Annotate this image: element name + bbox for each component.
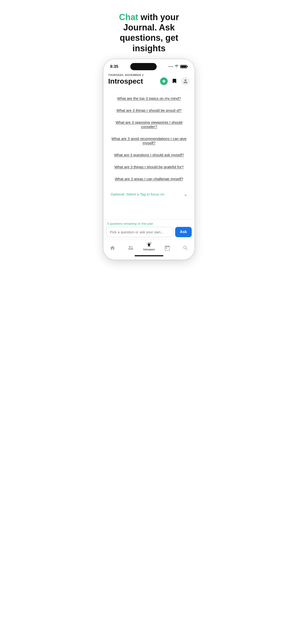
chevron-down-icon: ⌄ [184,192,187,197]
question-link-5[interactable]: What are 3 things I should be grateful f… [114,165,184,169]
bookmark-icon [172,78,177,84]
question-link-1[interactable]: What are 3 things I should be proud of? [116,108,181,112]
question-item-3[interactable]: What are 3 good recommendations I can gi… [108,133,190,149]
remaining-text: 5 questions remaining on free plan [103,221,195,227]
content-spacer [108,200,190,220]
bookmark-button[interactable] [170,77,179,86]
notch [130,63,157,70]
profile-button[interactable] [181,77,190,86]
app-date: Thursday, November 2 [108,74,190,76]
question-item-0[interactable]: What are the top 3 topics on my mind? [108,92,190,104]
sparkle-icon [146,242,152,248]
star-badge-button[interactable] [160,78,168,85]
star-icon [162,79,166,84]
question-link-0[interactable]: What are the top 3 topics on my mind? [117,96,181,100]
question-link-6[interactable]: What are 3 areas I can challenge myself? [115,177,183,181]
home-icon [110,245,115,251]
phone-shell: 8:35 Thur [103,59,195,260]
tab-introspect[interactable]: Introspect [142,242,156,251]
question-item-2[interactable]: What are 3 opposing viewpoints I should … [108,116,190,133]
tab-home[interactable] [105,245,120,251]
question-list: What are the top 3 topics on my mind?Wha… [108,90,190,187]
calendar-icon [164,245,170,251]
status-time: 8:35 [110,64,118,69]
people-icon [128,245,134,251]
page-wrapper: Chat with your Journal. Ask questions, g… [99,5,199,260]
question-item-4[interactable]: What are 3 questions I should ask myself… [108,149,190,161]
status-icons [169,64,188,68]
tag-selector[interactable]: Optional: Select a Tag to focus on ⌄ [108,188,190,200]
hero-title: Chat with your Journal. Ask questions, g… [99,5,199,59]
tab-introspect-label: Introspect [143,248,155,251]
app-title-row: Introspect [108,77,190,86]
profile-icon [183,79,188,84]
ask-button[interactable]: Ask [175,227,192,237]
battery-icon [180,65,188,68]
status-bar: 8:35 [103,59,195,72]
app-header-icons [160,77,190,86]
question-link-2[interactable]: What are 3 opposing viewpoints I should … [116,120,182,129]
tab-calendar[interactable] [160,245,175,251]
question-item-1[interactable]: What are 3 things I should be proud of? [108,104,190,116]
bottom-bar: 5 questions remaining on free plan Ask [103,220,195,240]
hero-chat-word: Chat [119,12,138,22]
question-input[interactable] [106,227,173,237]
question-link-3[interactable]: What are 3 good recommendations I can gi… [112,136,187,145]
question-link-4[interactable]: What are 3 questions I should ask myself… [114,153,184,157]
question-item-6[interactable]: What are 3 areas I can challenge myself? [108,173,190,185]
home-bar [135,255,163,256]
tab-people[interactable] [123,245,138,251]
tab-search[interactable] [178,245,193,251]
tag-selector-label: Optional: Select a Tag to focus on [111,192,164,196]
app-content[interactable]: What are the top 3 topics on my mind?Wha… [103,88,195,220]
question-item-5[interactable]: What are 3 things I should be grateful f… [108,161,190,173]
input-row: Ask [103,227,195,240]
home-indicator [103,253,195,260]
search-icon [183,245,188,251]
wifi-icon [175,64,179,68]
tab-bar: Introspect [103,240,195,253]
app-title: Introspect [108,77,143,85]
app-header: Thursday, November 2 Introspect [103,72,195,88]
signal-dots [169,66,173,67]
